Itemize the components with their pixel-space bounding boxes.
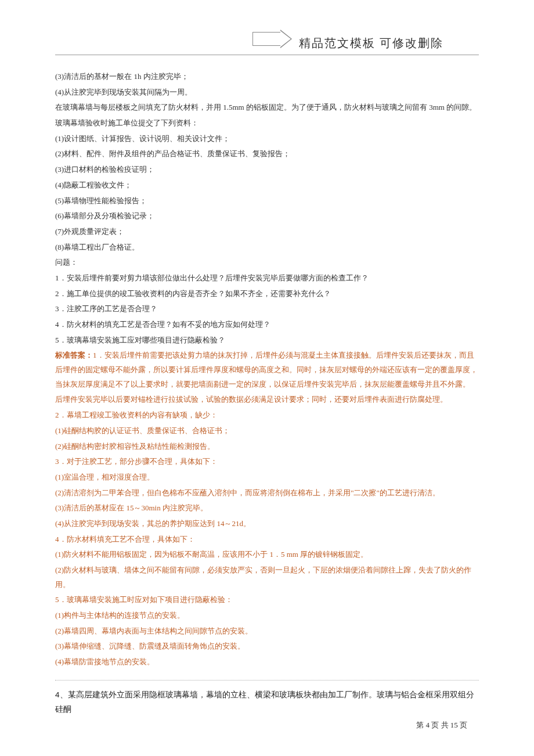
- question-4: 4、某高层建筑外立面采用隐框玻璃幕墙，幕墙的立柱、横梁和玻璃板块都由加工厂制作。…: [55, 687, 479, 717]
- answer-text: 4．防水材料填充工艺不合理，具体如下：: [55, 532, 479, 547]
- footer-prefix: 第: [416, 721, 425, 729]
- answer-text: (2)防火材料与玻璃、墙体之间不能留有间隙，必须安放严实，否则一旦起火，下层的浓…: [55, 563, 479, 592]
- answer-text: (3)幕墙伸缩缝、沉降缝、防震缝及墙面转角饰点的安装。: [55, 639, 479, 654]
- answer-text: (1)防火材料不能用铝板固定，因为铝板不耐高温，应该用不小于 1．5 mm 厚的…: [55, 548, 479, 562]
- body-text: (6)幕墙部分及分项检验记录；: [55, 209, 479, 224]
- body-text: (3)进口材料的检验检疫证明；: [55, 163, 479, 177]
- answer-label: 标准答案：: [55, 351, 93, 359]
- answer-text: 后埋件安装完毕以后要对锚栓进行拉拔试验，试验的数据必须满足设计要求；同时，还要对…: [55, 393, 479, 407]
- body-text: 1．安装后埋件前要对剪力墙该部位做出什么处理？后埋件安装完毕后要做哪方面的检查工…: [55, 271, 479, 286]
- body-text: (7)外观质量评定表；: [55, 225, 479, 239]
- footer-page-total: 15: [450, 721, 458, 729]
- arrow-rect-icon: [252, 32, 282, 46]
- answer-text: (4)从注胶完毕到现场安装，其总的养护期应达到 14～21d。: [55, 517, 479, 531]
- answer-text: (3)清洁后的基材应在 15～30min 内注胶完毕。: [55, 501, 479, 516]
- section-divider: [55, 680, 479, 681]
- body-text: 2．施工单位提供的竣工验收资料的内容是否齐全？如果不齐全，还需要补充什么？: [55, 287, 479, 301]
- body-text: (4)隐蔽工程验收文件；: [55, 178, 479, 193]
- answer-text: (2)硅酮结构密封胶相容性及粘结性能检测报告。: [55, 440, 479, 454]
- answer-text: (2)清洁溶剂为二甲苯合理，但白色棉布不应蘸入溶剂中，而应将溶剂倒在棉布上，并采…: [55, 486, 479, 501]
- body-text: (3)清洁后的基材一般在 1h 内注胶完毕；: [55, 70, 479, 84]
- page-footer: 第 4 页 共 15 页: [416, 718, 467, 733]
- answer-text: (4)幕墙防雷接地节点的安装。: [55, 655, 479, 669]
- body-text: (2)材料、配件、附件及组件的产品合格证书、质量保证书、复验报告；: [55, 147, 479, 161]
- answer-text: (1)构件与主体结构的连接节点的安装。: [55, 609, 479, 623]
- body-text: (4)从注胶完毕到现场安装其间隔为一周。: [55, 85, 479, 100]
- header-title: 精品范文模板 可修改删除: [299, 32, 443, 54]
- footer-suffix: 页: [458, 721, 467, 729]
- answer-text: (1)室温合理，相对湿度合理。: [55, 470, 479, 485]
- answer-block: 标准答案：1．安装后埋件前需要把该处剪力墙的抹灰打掉，后埋件必须与混凝土主体直接…: [55, 348, 479, 391]
- body-text: 玻璃幕墙验收时施工单位提交了下列资料：: [55, 116, 479, 131]
- page-header: 精品范文模板 可修改删除: [55, 0, 479, 55]
- body-text: (5)幕墙物理性能检验报告；: [55, 194, 479, 208]
- body-text: (1)设计图纸、计算报告、设计说明、相关设计文件；: [55, 132, 479, 146]
- body-text: 3．注胶工序的工艺是否合理？: [55, 302, 479, 316]
- answer-text: 1．安装后埋件前需要把该处剪力墙的抹灰打掉，后埋件必须与混凝土主体直接接触。后埋…: [55, 351, 478, 388]
- footer-mid: 页 共: [430, 721, 450, 729]
- answer-text: 2．幕墙工程竣工验收资料的内容有缺项，缺少：: [55, 408, 479, 423]
- answer-text: (2)幕墙四周、幕墙内表面与主体结构之间间隙节点的安装。: [55, 624, 479, 639]
- body-text: 4．防火材料的填充工艺是否合理？如有不妥的地方应如何处理？: [55, 318, 479, 332]
- body-text: 问题：: [55, 255, 479, 270]
- arrow-head-inner-icon: [280, 31, 291, 47]
- body-text: (8)幕墙工程出厂合格证。: [55, 240, 479, 255]
- answer-text: 3．对于注胶工艺，部分步骤不合理，具体如下：: [55, 455, 479, 469]
- answer-text: (1)硅酮结构胶的认证证书、质量保证书、合格证书；: [55, 424, 479, 438]
- body-text: 5．玻璃幕墙安装施工应对哪些项目进行隐蔽检验？: [55, 333, 479, 348]
- answer-text: 5．玻璃幕墙安装施工时应对如下项目进行隐蔽检验：: [55, 593, 479, 607]
- document-content: (3)清洁后的基材一般在 1h 内注胶完毕； (4)从注胶完毕到现场安装其间隔为…: [55, 70, 479, 717]
- body-text: 在玻璃幕墙与每层楼板之间填充了防火材料，并用 1.5mm 的铝板固定。为了便于通…: [55, 100, 479, 115]
